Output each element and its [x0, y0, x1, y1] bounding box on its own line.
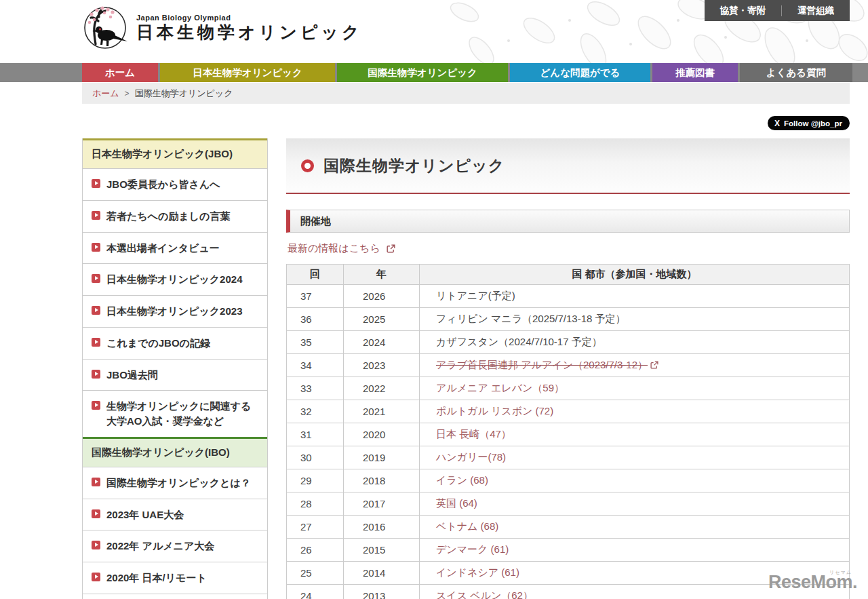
sidebar-item-ibo-4[interactable]: 2020年 日本/リモート	[83, 562, 267, 594]
sponsor-donation-link[interactable]: 協賛・寄附	[705, 5, 782, 17]
breadcrumb-separator: >	[125, 89, 130, 98]
venue-year: 2017	[344, 492, 420, 516]
venue-location: 英国 (64)	[420, 492, 850, 516]
venue-no: 36	[287, 308, 344, 331]
sidebar-item-label: 若者たちへの励ましの言葉	[106, 209, 230, 224]
venue-year: 2021	[344, 400, 420, 423]
red-arrow-icon	[92, 338, 100, 347]
sidebar-item-jbo-2[interactable]: 若者たちへの励ましの言葉	[83, 200, 267, 232]
sidebar-item-label: JBO委員長から皆さんへ	[106, 177, 220, 192]
venue-year: 2016	[344, 516, 420, 539]
venue-location: ハンガリー(78)	[420, 446, 850, 469]
sidebar-item-label: 日本生物学オリンピック2023	[106, 304, 242, 319]
page-title-box: 国際生物学オリンピック	[286, 138, 850, 194]
sidebar-item-jbo-6[interactable]: これまでのJBOの記録	[83, 327, 267, 359]
venue-location-link[interactable]: インドネシア (61)	[436, 566, 519, 578]
resemom-watermark: リセマム ReseMom.	[768, 572, 857, 593]
venues-col-header-3: 国 都市（参加国・地域数）	[420, 265, 850, 285]
venue-location: フィリピン マニラ（2025/7/13-18 予定）	[420, 308, 850, 331]
venue-year: 2026	[344, 285, 420, 308]
sidebar-item-jbo-3[interactable]: 本選出場者インタビュー	[83, 232, 267, 264]
venue-location: ポルトガル リスボン (72)	[420, 400, 850, 423]
venue-no: 29	[287, 469, 344, 492]
venue-year: 2014	[344, 562, 420, 585]
header-utility-links: 協賛・寄附 運営組織	[705, 0, 850, 21]
sidebar-item-jbo-8[interactable]: 生物学オリンピックに関連する大学AO入試・奨学金など	[83, 390, 267, 437]
site-logo[interactable]: Japan Biology Olympiad 日本生物学オリンピック	[82, 3, 363, 52]
venue-location-text: フィリピン マニラ（2025/7/13-18 予定）	[436, 313, 626, 324]
venue-location-link[interactable]: ベトナム (68)	[436, 520, 498, 532]
venue-no: 27	[287, 516, 344, 539]
venue-row-32: 322021ポルトガル リスボン (72)	[287, 400, 850, 423]
sidebar-item-label: 2020年 日本/リモート	[106, 571, 207, 585]
venues-col-header-1: 回	[287, 265, 344, 285]
main-content: X Follow @jbo_pr 国際生物学オリンピック 開催地 最新の情報はこ…	[286, 138, 850, 599]
venue-location-link[interactable]: アルメニア エレバン（59）	[436, 382, 564, 393]
venue-year: 2025	[344, 308, 420, 331]
venue-location-link[interactable]: 日本 長崎（47）	[436, 428, 511, 440]
page-title: 国際生物学オリンピック	[323, 155, 505, 176]
venue-row-25: 252014インドネシア (61)	[287, 562, 850, 585]
venue-location: アラブ首長国連邦 アルアイン（2023/7/3-12）	[420, 354, 850, 377]
nav-tab-4[interactable]: どんな問題がでる	[510, 63, 650, 82]
main-nav: ホーム日本生物学オリンピック国際生物学オリンピックどんな問題がでる推薦図書よくあ…	[0, 63, 868, 82]
venue-year: 2018	[344, 469, 420, 492]
red-arrow-icon	[92, 274, 100, 283]
venue-no: 31	[287, 423, 344, 446]
venue-location: 日本 長崎（47）	[420, 423, 850, 446]
red-arrow-icon	[92, 243, 100, 252]
jbo-logo-mark-pheasant-icon	[82, 3, 128, 52]
venue-no: 24	[287, 585, 344, 599]
nav-tab-5[interactable]: 推薦図書	[652, 63, 738, 82]
nav-tab-6[interactable]: よくある質問	[740, 63, 852, 82]
venues-col-header-2: 年	[344, 265, 420, 285]
nav-tab-1[interactable]: ホーム	[82, 63, 158, 82]
sidebar-item-label: 本選出場者インタビュー	[106, 241, 220, 256]
logo-subtitle: Japan Biology Olympiad	[136, 14, 363, 22]
sidebar-item-label: 2022年 アルメニア大会	[106, 539, 214, 554]
organization-link[interactable]: 運営組織	[782, 5, 850, 17]
venue-year: 2022	[344, 377, 420, 400]
sidebar-item-ibo-1[interactable]: 国際生物学オリンピックとは？	[83, 467, 267, 499]
venue-row-36: 362025フィリピン マニラ（2025/7/13-18 予定）	[287, 308, 850, 331]
sidebar-item-label: 2023年 UAE大会	[106, 507, 184, 522]
red-arrow-icon	[92, 306, 100, 315]
venue-location-link[interactable]: アラブ首長国連邦 アルアイン（2023/7/3-12）	[436, 359, 648, 370]
nav-tab-3[interactable]: 国際生物学オリンピック	[337, 63, 508, 82]
venue-location-link[interactable]: ポルトガル リスボン (72)	[436, 405, 553, 417]
venue-row-28: 282017英国 (64)	[287, 492, 850, 516]
venue-no: 25	[287, 562, 344, 585]
x-follow-button[interactable]: X Follow @jbo_pr	[768, 116, 850, 130]
sidebar-item-jbo-4[interactable]: 日本生物学オリンピック2024	[83, 263, 267, 295]
sidebar-item-jbo-5[interactable]: 日本生物学オリンピック2023	[83, 295, 267, 327]
sidebar-item-ibo-2[interactable]: 2023年 UAE大会	[83, 499, 267, 530]
breadcrumb-home-link[interactable]: ホーム	[92, 88, 119, 100]
red-ring-icon	[301, 159, 314, 172]
sidebar-item-jbo-1[interactable]: JBO委員長から皆さんへ	[83, 168, 267, 200]
sidebar-item-ibo-3[interactable]: 2022年 アルメニア大会	[83, 530, 267, 562]
venue-location-link[interactable]: ハンガリー(78)	[436, 451, 506, 463]
venue-location-link[interactable]: イラン (68)	[436, 474, 488, 486]
x-logo-icon: X	[774, 119, 780, 128]
nav-tab-2[interactable]: 日本生物学オリンピック	[160, 63, 335, 82]
sidebar-section-title-jbo: 日本生物学オリンピック(JBO)	[83, 138, 267, 168]
venue-no: 37	[287, 285, 344, 308]
venue-location-link[interactable]: 英国 (64)	[436, 497, 477, 509]
venue-no: 33	[287, 377, 344, 400]
sidebar-item-label: 生物学オリンピックに関連する大学AO入試・奨学金など	[106, 399, 261, 429]
logo-title: 日本生物学オリンピック	[136, 22, 363, 42]
sidebar-item-jbo-7[interactable]: JBO過去問	[83, 359, 267, 391]
latest-info-row: 最新の情報はこちら	[288, 242, 850, 255]
venue-location-link[interactable]: デンマーク (61)	[436, 543, 509, 555]
venue-location-link[interactable]: スイス ベルン（62）	[436, 590, 533, 599]
venue-row-27: 272016ベトナム (68)	[287, 516, 850, 539]
venue-year: 2024	[344, 331, 420, 354]
sidebar-item-ibo-5[interactable]: 2009年 つくば大会	[83, 594, 267, 599]
venues-table: 回年国 都市（参加国・地域数） 372026リトアニア(予定)362025フィリ…	[286, 264, 850, 599]
venue-row-29: 292018イラン (68)	[287, 469, 850, 492]
red-arrow-icon	[92, 370, 100, 379]
sidebar-section-title-ibo: 国際生物学オリンピック(IBO)	[83, 437, 267, 467]
latest-info-link[interactable]: 最新の情報はこちら	[288, 242, 380, 255]
venue-location: イラン (68)	[420, 469, 850, 492]
section-heading-label: 開催地	[300, 215, 331, 228]
